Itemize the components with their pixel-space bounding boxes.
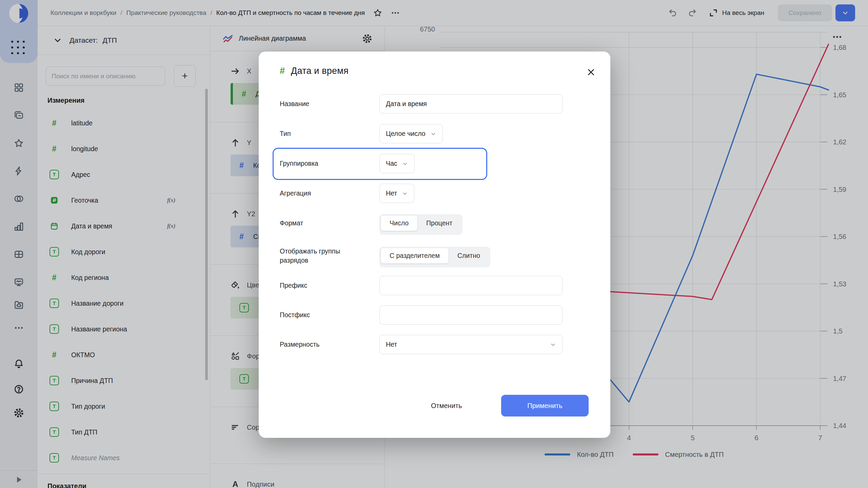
prefix-field[interactable] [379, 276, 563, 295]
chevron-down-icon [402, 190, 408, 197]
aggregation-label: Агрегация [280, 189, 311, 197]
name-row: Название [280, 94, 309, 114]
name-label: Название [280, 100, 309, 108]
dialog-title-text: Дата и время [291, 66, 349, 76]
type-row: Тип [280, 124, 291, 143]
number-field-icon: # [280, 66, 285, 76]
aggregation-row: Агрегация [280, 184, 311, 203]
format-segmented: Число Процент [379, 214, 462, 235]
aggregation-select[interactable]: Нет [379, 184, 414, 203]
apply-button[interactable]: Применить [501, 395, 589, 416]
digit-groups-option-separator[interactable]: С разделителем [381, 248, 449, 263]
chevron-down-icon [402, 161, 408, 167]
dialog-title: # Дата и время [280, 66, 349, 76]
dimension-value: Нет [386, 341, 397, 348]
chevron-down-icon [430, 131, 436, 137]
type-label: Тип [280, 130, 291, 138]
format-row: Формат [280, 214, 303, 232]
cancel-button[interactable]: Отменить [421, 395, 472, 416]
digit-groups-segmented: С разделителем Слитно [379, 247, 490, 267]
digit-groups-option-plain[interactable]: Слитно [449, 248, 489, 263]
postfix-field[interactable] [379, 305, 563, 325]
format-option-number[interactable]: Число [381, 216, 417, 231]
close-icon[interactable] [585, 66, 597, 78]
aggregation-value: Нет [386, 189, 397, 197]
name-field[interactable] [379, 94, 563, 114]
postfix-label: Постфикс [280, 311, 310, 319]
grouping-value: Час [386, 160, 397, 167]
grouping-label: Группировка [280, 160, 318, 167]
dimension-select[interactable]: Нет [379, 335, 563, 354]
chevron-down-icon [550, 342, 556, 348]
digit-groups-label: Отображать группы разрядов [280, 247, 361, 265]
grouping-row: Группировка [280, 154, 318, 173]
type-value: Целое число [386, 130, 426, 138]
grouping-select[interactable]: Час [379, 154, 415, 173]
type-select[interactable]: Целое число [379, 124, 443, 143]
prefix-row: Префикс [280, 276, 307, 295]
digit-groups-row: Отображать группы разрядов [280, 247, 361, 265]
format-option-percent[interactable]: Процент [417, 216, 461, 231]
dimension-row: Размерность [280, 335, 319, 354]
dimension-label: Размерность [280, 341, 319, 348]
field-settings-dialog: # Дата и время Название Тип Целое число … [259, 52, 610, 438]
postfix-row: Постфикс [280, 305, 310, 325]
format-label: Формат [280, 219, 303, 227]
prefix-label: Префикс [280, 282, 307, 289]
